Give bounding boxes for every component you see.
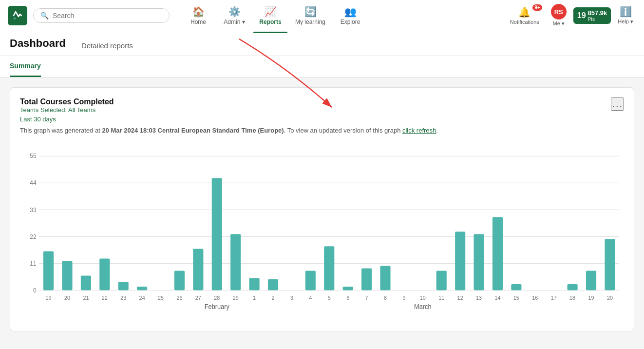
svg-rect-45 xyxy=(343,287,353,291)
tab-detailed-reports[interactable]: Detailed reports xyxy=(81,41,133,56)
svg-rect-41 xyxy=(305,271,316,290)
chart-title: Total Courses Completed xyxy=(20,97,438,106)
svg-text:2: 2 xyxy=(272,294,275,300)
svg-rect-49 xyxy=(380,266,390,290)
nav-item-explore[interactable]: 👥 Explore xyxy=(333,2,367,29)
svg-text:0: 0 xyxy=(33,287,37,294)
nav-right: 🔔 9+ Notifications RS Me ▾ 19 857.9k Pts… xyxy=(505,0,636,31)
svg-rect-43 xyxy=(324,246,334,290)
help-label: Help ▾ xyxy=(618,19,633,25)
svg-rect-65 xyxy=(568,284,578,291)
bar-chart-svg: 5544332211019202122232425262728291234567… xyxy=(20,146,624,321)
admin-icon: ⚙️ xyxy=(228,6,241,18)
svg-text:7: 7 xyxy=(365,294,368,300)
svg-text:February: February xyxy=(205,303,229,310)
svg-rect-25 xyxy=(137,287,147,291)
svg-text:23: 23 xyxy=(120,294,126,300)
svg-text:44: 44 xyxy=(30,179,36,187)
svg-text:21: 21 xyxy=(83,294,89,300)
svg-text:18: 18 xyxy=(569,294,575,300)
nav-item-reports[interactable]: 📈 Reports xyxy=(253,2,287,29)
svg-text:9: 9 xyxy=(402,294,405,300)
chart-header: Total Courses Completed Teams Selected: … xyxy=(20,97,624,142)
svg-rect-59 xyxy=(492,217,503,290)
help-button[interactable]: ℹ️ Help ▾ xyxy=(615,2,636,29)
svg-text:12: 12 xyxy=(457,294,463,300)
notifications-button[interactable]: 🔔 9+ Notifications xyxy=(505,2,544,29)
svg-rect-55 xyxy=(455,232,465,290)
svg-rect-21 xyxy=(99,258,110,290)
svg-text:20: 20 xyxy=(64,294,70,300)
svg-rect-69 xyxy=(605,239,615,290)
me-label: Me ▾ xyxy=(553,20,565,27)
bell-icon: 🔔 xyxy=(518,6,530,18)
chart-date-range: Last 30 days xyxy=(20,116,438,123)
points-value: 857.9k xyxy=(588,9,607,17)
explore-icon: 👥 xyxy=(344,6,357,18)
svg-rect-47 xyxy=(361,268,372,290)
bar-chart: 5544332211019202122232425262728291234567… xyxy=(20,146,624,321)
app-logo[interactable] xyxy=(8,6,27,25)
svg-rect-23 xyxy=(118,282,129,291)
notification-badge: 9+ xyxy=(532,4,542,11)
svg-text:14: 14 xyxy=(494,294,500,300)
svg-rect-38 xyxy=(268,279,278,291)
points-number: 19 xyxy=(577,11,586,20)
svg-rect-30 xyxy=(193,249,203,290)
svg-text:29: 29 xyxy=(233,294,239,300)
reports-icon: 📈 xyxy=(265,6,277,18)
svg-text:33: 33 xyxy=(30,206,36,213)
nav-items: 🏠 Home ⚙️ Admin ▾ 📈 Reports 🔄 My learnin… xyxy=(181,2,505,29)
points-badge[interactable]: 19 857.9k Pts xyxy=(573,7,611,24)
svg-text:8: 8 xyxy=(384,294,387,300)
navbar: 🔍 🏠 Home ⚙️ Admin ▾ 📈 Reports 🔄 My learn… xyxy=(0,0,644,31)
nav-label-reports: Reports xyxy=(259,19,281,25)
svg-rect-28 xyxy=(174,271,185,290)
svg-point-1 xyxy=(14,18,16,19)
svg-text:11: 11 xyxy=(30,260,36,267)
svg-text:26: 26 xyxy=(176,294,182,300)
nav-label-mylearning: My learning xyxy=(295,19,325,25)
svg-text:4: 4 xyxy=(309,294,312,300)
svg-text:6: 6 xyxy=(346,294,349,300)
teams-value: All Teams xyxy=(68,106,95,114)
svg-text:27: 27 xyxy=(195,294,201,300)
nav-label-home: Home xyxy=(190,19,206,25)
svg-text:28: 28 xyxy=(214,294,220,300)
points-label: Pts xyxy=(588,17,595,22)
svg-text:20: 20 xyxy=(607,294,613,300)
svg-text:10: 10 xyxy=(420,294,426,300)
svg-text:55: 55 xyxy=(30,153,36,160)
chart-title-section: Total Courses Completed Teams Selected: … xyxy=(20,97,438,142)
click-refresh-link[interactable]: click refresh xyxy=(402,127,436,134)
search-bar[interactable]: 🔍 xyxy=(33,8,170,23)
svg-rect-61 xyxy=(511,284,521,291)
svg-rect-32 xyxy=(212,178,222,290)
page-header: Dashboard Detailed reports xyxy=(0,31,644,56)
svg-text:3: 3 xyxy=(290,294,293,300)
svg-text:25: 25 xyxy=(158,294,164,300)
nav-label-admin: Admin ▾ xyxy=(224,19,245,25)
svg-text:19: 19 xyxy=(588,294,594,300)
main-content: Total Courses Completed Teams Selected: … xyxy=(0,78,644,349)
home-icon: 🏠 xyxy=(192,6,205,18)
chart-teams: Teams Selected: All Teams xyxy=(20,106,438,114)
svg-rect-17 xyxy=(62,261,72,290)
subnav-summary[interactable]: Summary xyxy=(10,56,41,77)
sub-nav: Summary xyxy=(0,56,644,78)
svg-rect-15 xyxy=(43,251,54,290)
svg-rect-53 xyxy=(436,271,447,290)
svg-text:March: March xyxy=(414,303,431,310)
page-title: Dashboard xyxy=(10,37,66,56)
svg-rect-36 xyxy=(249,278,260,290)
search-input[interactable] xyxy=(53,12,162,19)
svg-text:19: 19 xyxy=(46,294,52,300)
me-button[interactable]: RS Me ▾ xyxy=(548,0,569,31)
chart-datetime: 20 Mar 2024 18:03 Central European Stand… xyxy=(102,127,284,134)
nav-item-admin[interactable]: ⚙️ Admin ▾ xyxy=(217,2,251,29)
nav-item-mylearning[interactable]: 🔄 My learning xyxy=(289,2,331,29)
chart-more-button[interactable]: ... xyxy=(611,97,624,111)
nav-item-home[interactable]: 🏠 Home xyxy=(181,2,215,29)
mylearning-icon: 🔄 xyxy=(304,6,317,18)
svg-text:15: 15 xyxy=(513,294,519,300)
